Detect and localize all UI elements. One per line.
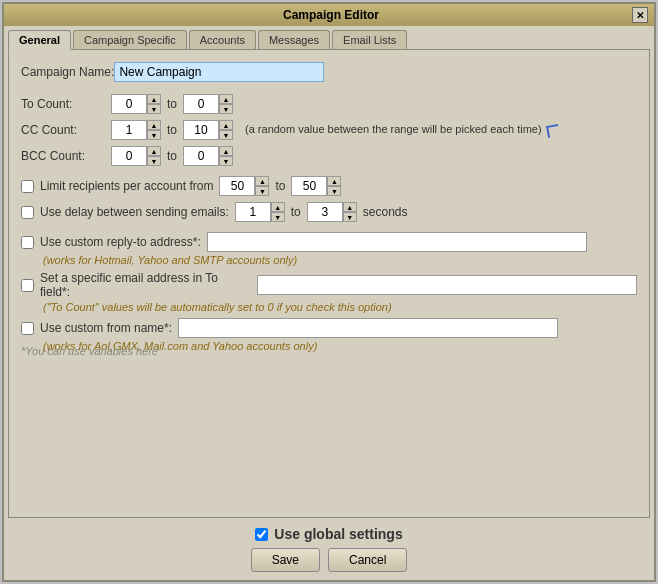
reply-to-checkbox[interactable] xyxy=(21,236,34,249)
content-area: Campaign Name: To Count: ▲ ▼ to xyxy=(8,49,650,518)
limit-to-text: to xyxy=(275,179,285,193)
cc-count-from-input[interactable] xyxy=(111,120,147,140)
custom-from-input[interactable] xyxy=(178,318,558,338)
campaign-name-label: Campaign Name: xyxy=(21,65,114,79)
main-window: Campaign Editor ✕ General Campaign Speci… xyxy=(2,2,656,582)
cc-count-from-down[interactable]: ▼ xyxy=(147,130,161,140)
specific-email-hint: ("To Count" values will be automatically… xyxy=(43,301,637,313)
cc-count-to-spinner: ▲ ▼ xyxy=(183,120,233,140)
delay-from-spinner: ▲ ▼ xyxy=(235,202,285,222)
title-bar: Campaign Editor ✕ xyxy=(4,4,654,26)
delay-from-up[interactable]: ▲ xyxy=(271,202,285,212)
reply-to-input[interactable] xyxy=(207,232,587,252)
bottom-bar: Use global settings Save Cancel xyxy=(4,518,654,580)
delay-label: Use delay between sending emails: xyxy=(40,205,229,219)
custom-from-checkbox[interactable] xyxy=(21,322,34,335)
to-count-label: To Count: xyxy=(21,97,111,111)
tab-general[interactable]: General xyxy=(8,30,71,50)
bcc-count-from-down[interactable]: ▼ xyxy=(147,156,161,166)
limit-recipients-label: Limit recipients per account from xyxy=(40,179,213,193)
tab-bar: General Campaign Specific Accounts Messa… xyxy=(4,26,654,49)
to-count-to-input[interactable] xyxy=(183,94,219,114)
tab-accounts[interactable]: Accounts xyxy=(189,30,256,49)
limit-from-up[interactable]: ▲ xyxy=(255,176,269,186)
cc-count-from-spinner: ▲ ▼ xyxy=(111,120,161,140)
specific-email-label: Set a specific email address in To field… xyxy=(40,271,251,299)
delay-from-input[interactable] xyxy=(235,202,271,222)
delay-to-up[interactable]: ▲ xyxy=(343,202,357,212)
to-count-from-input[interactable] xyxy=(111,94,147,114)
limit-from-input[interactable] xyxy=(219,176,255,196)
to-count-from-up[interactable]: ▲ xyxy=(147,94,161,104)
delay-to-spinner: ▲ ▼ xyxy=(307,202,357,222)
to-count-to-spinner: ▲ ▼ xyxy=(183,94,233,114)
cc-count-to-text: to xyxy=(167,123,177,137)
bcc-count-to-up[interactable]: ▲ xyxy=(219,146,233,156)
tab-campaign-specific[interactable]: Campaign Specific xyxy=(73,30,187,49)
random-hint: (a random value between the range will b… xyxy=(245,123,559,136)
cc-count-label: CC Count: xyxy=(21,123,111,137)
delay-seconds-label: seconds xyxy=(363,205,408,219)
limit-from-down[interactable]: ▼ xyxy=(255,186,269,196)
delay-to-input[interactable] xyxy=(307,202,343,222)
variables-note: *You can use variables here xyxy=(21,345,158,357)
limit-to-spinner: ▲ ▼ xyxy=(291,176,341,196)
to-count-from-spinner: ▲ ▼ xyxy=(111,94,161,114)
limit-to-input[interactable] xyxy=(291,176,327,196)
custom-from-label: Use custom from name*: xyxy=(40,321,172,335)
to-count-to-text: to xyxy=(167,97,177,111)
save-button[interactable]: Save xyxy=(251,548,320,572)
bcc-count-to-down[interactable]: ▼ xyxy=(219,156,233,166)
cursor-icon xyxy=(546,124,560,138)
bcc-count-to-spinner: ▲ ▼ xyxy=(183,146,233,166)
delay-checkbox[interactable] xyxy=(21,206,34,219)
specific-email-checkbox[interactable] xyxy=(21,279,34,292)
specific-email-input[interactable] xyxy=(257,275,637,295)
global-settings-label: Use global settings xyxy=(274,526,402,542)
to-count-to-down[interactable]: ▼ xyxy=(219,104,233,114)
campaign-name-input[interactable] xyxy=(114,62,324,82)
limit-to-up[interactable]: ▲ xyxy=(327,176,341,186)
bcc-count-from-input[interactable] xyxy=(111,146,147,166)
tab-email-lists[interactable]: Email Lists xyxy=(332,30,407,49)
delay-from-down[interactable]: ▼ xyxy=(271,212,285,222)
bcc-count-label: BCC Count: xyxy=(21,149,111,163)
cc-count-to-input[interactable] xyxy=(183,120,219,140)
bcc-count-from-up[interactable]: ▲ xyxy=(147,146,161,156)
to-count-to-up[interactable]: ▲ xyxy=(219,94,233,104)
global-settings-row: Use global settings xyxy=(255,526,402,542)
reply-to-label: Use custom reply-to address*: xyxy=(40,235,201,249)
bcc-count-to-input[interactable] xyxy=(183,146,219,166)
close-button[interactable]: ✕ xyxy=(632,7,648,23)
to-count-from-down[interactable]: ▼ xyxy=(147,104,161,114)
limit-from-spinner: ▲ ▼ xyxy=(219,176,269,196)
cc-count-from-up[interactable]: ▲ xyxy=(147,120,161,130)
tab-messages[interactable]: Messages xyxy=(258,30,330,49)
bcc-count-to-text: to xyxy=(167,149,177,163)
cancel-button[interactable]: Cancel xyxy=(328,548,407,572)
limit-to-down[interactable]: ▼ xyxy=(327,186,341,196)
window-title: Campaign Editor xyxy=(30,8,632,22)
cc-count-to-up[interactable]: ▲ xyxy=(219,120,233,130)
reply-to-hint: (works for Hotmail, Yahoo and SMTP accou… xyxy=(43,254,637,266)
delay-to-down[interactable]: ▼ xyxy=(343,212,357,222)
global-settings-checkbox[interactable] xyxy=(255,528,268,541)
cc-count-to-down[interactable]: ▼ xyxy=(219,130,233,140)
limit-recipients-checkbox[interactable] xyxy=(21,180,34,193)
delay-to-text: to xyxy=(291,205,301,219)
bcc-count-from-spinner: ▲ ▼ xyxy=(111,146,161,166)
buttons-row: Save Cancel xyxy=(251,548,408,572)
